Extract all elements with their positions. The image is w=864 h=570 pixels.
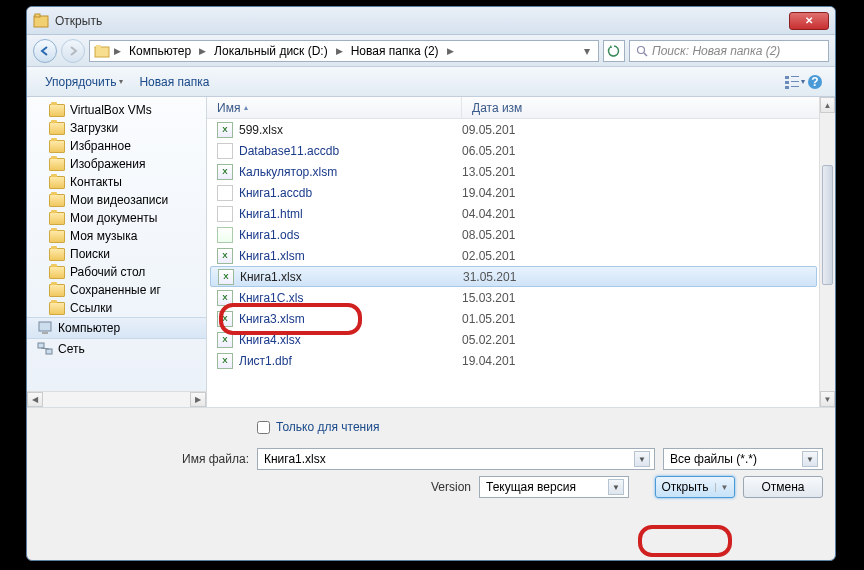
filename-input[interactable]: Книга1.xlsx ▼ xyxy=(257,448,655,470)
new-folder-button[interactable]: Новая папка xyxy=(131,71,217,93)
scroll-right-icon[interactable]: ▶ xyxy=(190,392,206,407)
folder-icon xyxy=(49,104,65,117)
file-row[interactable]: X599.xlsx09.05.201 xyxy=(207,119,835,140)
file-date: 31.05.201 xyxy=(463,270,516,284)
search-icon xyxy=(636,45,648,57)
chevron-down-icon[interactable]: ▼ xyxy=(802,451,818,467)
tree-item[interactable]: Контакты xyxy=(27,173,206,191)
folder-icon xyxy=(49,158,65,171)
help-button[interactable]: ? xyxy=(805,72,825,92)
tree-item[interactable]: Моя музыка xyxy=(27,227,206,245)
breadcrumb-drive[interactable]: Локальный диск (D:) xyxy=(210,44,332,58)
file-row[interactable]: XКнига1С.xls15.03.201 xyxy=(207,287,835,308)
tree-hscroll[interactable]: ◀ ▶ xyxy=(27,391,206,407)
tree-item[interactable]: Загрузки xyxy=(27,119,206,137)
breadcrumb-folder[interactable]: Новая папка (2) xyxy=(347,44,443,58)
folder-icon xyxy=(49,266,65,279)
scroll-left-icon[interactable]: ◀ xyxy=(27,392,43,407)
tree-item[interactable]: Поиски xyxy=(27,245,206,263)
open-dialog: Открыть ✕ ▶ Компьютер ▶ Локальный диск (… xyxy=(26,6,836,561)
version-label: Version xyxy=(431,480,471,494)
breadcrumb[interactable]: ▶ Компьютер ▶ Локальный диск (D:) ▶ Нова… xyxy=(89,40,599,62)
file-filter[interactable]: Все файлы (*.*) ▼ xyxy=(663,448,823,470)
tree-item-label: Ссылки xyxy=(70,301,112,315)
back-button[interactable] xyxy=(33,39,57,63)
file-row[interactable]: XЛист1.dbf19.04.201 xyxy=(207,350,835,371)
column-name[interactable]: Имя▴ xyxy=(207,97,462,118)
tree-network[interactable]: Сеть xyxy=(27,339,206,359)
forward-button[interactable] xyxy=(61,39,85,63)
file-vscroll[interactable]: ▲ ▼ xyxy=(819,97,835,407)
search-input[interactable]: Поиск: Новая папка (2) xyxy=(629,40,829,62)
tree-item[interactable]: Избранное xyxy=(27,137,206,155)
ods-icon xyxy=(217,227,233,243)
tree-item-label: Контакты xyxy=(70,175,122,189)
column-date[interactable]: Дата изм xyxy=(462,97,835,118)
svg-rect-2 xyxy=(95,47,109,57)
version-value: Текущая версия xyxy=(486,480,608,494)
svg-rect-6 xyxy=(785,76,789,79)
svg-rect-7 xyxy=(791,76,799,77)
file-row[interactable]: Книга1.html04.04.201 xyxy=(207,203,835,224)
organize-button[interactable]: Упорядочить▾ xyxy=(37,71,131,93)
scroll-thumb[interactable] xyxy=(822,165,833,285)
file-row[interactable]: Database11.accdb06.05.201 xyxy=(207,140,835,161)
refresh-button[interactable] xyxy=(603,40,625,62)
file-row[interactable]: Книга1.ods08.05.201 xyxy=(207,224,835,245)
breadcrumb-dropdown[interactable]: ▾ xyxy=(580,44,594,58)
file-list-pane: Имя▴ Дата изм X599.xlsx09.05.201Database… xyxy=(207,97,835,407)
file-row[interactable]: XКнига1.xlsm02.05.201 xyxy=(207,245,835,266)
file-date: 19.04.201 xyxy=(462,354,515,368)
content-area: VirtualBox VMsЗагрузкиИзбранноеИзображен… xyxy=(27,97,835,407)
breadcrumb-computer[interactable]: Компьютер xyxy=(125,44,195,58)
file-name: Книга1.accdb xyxy=(239,186,312,200)
file-row[interactable]: XКалькулятор.xlsm13.05.201 xyxy=(207,161,835,182)
file-name: 599.xlsx xyxy=(239,123,283,137)
tree-item[interactable]: Изображения xyxy=(27,155,206,173)
file-list[interactable]: X599.xlsx09.05.201Database11.accdb06.05.… xyxy=(207,119,835,407)
svg-rect-0 xyxy=(34,16,48,27)
filename-label: Имя файла: xyxy=(39,452,249,466)
tree-item[interactable]: Мои видеозаписи xyxy=(27,191,206,209)
open-button[interactable]: Открыть▼ xyxy=(655,476,735,498)
file-row[interactable]: XКнига4.xlsx05.02.201 xyxy=(207,329,835,350)
version-select[interactable]: Текущая версия ▼ xyxy=(479,476,629,498)
file-row[interactable]: Книга1.accdb19.04.201 xyxy=(207,182,835,203)
tree-item[interactable]: Сохраненные иг xyxy=(27,281,206,299)
tree-item-label: Компьютер xyxy=(58,321,120,335)
chevron-down-icon[interactable]: ▼ xyxy=(715,483,729,492)
file-name: Книга1.html xyxy=(239,207,303,221)
svg-line-18 xyxy=(41,348,49,349)
excel-icon: X xyxy=(217,332,233,348)
file-row[interactable]: XКнига3.xlsm01.05.201 xyxy=(207,308,835,329)
chevron-down-icon[interactable]: ▼ xyxy=(634,451,650,467)
tree-item[interactable]: Ссылки xyxy=(27,299,206,317)
svg-rect-15 xyxy=(42,332,48,334)
search-placeholder: Поиск: Новая папка (2) xyxy=(652,44,780,58)
chevron-down-icon[interactable]: ▼ xyxy=(608,479,624,495)
tree-item[interactable]: VirtualBox VMs xyxy=(27,101,206,119)
file-date: 05.02.201 xyxy=(462,333,515,347)
view-button[interactable]: ▾ xyxy=(785,72,805,92)
file-icon xyxy=(217,185,233,201)
tree-item[interactable]: Рабочий стол xyxy=(27,263,206,281)
scroll-down-icon[interactable]: ▼ xyxy=(820,391,835,407)
tree-item-label: Моя музыка xyxy=(70,229,137,243)
cancel-button[interactable]: Отмена xyxy=(743,476,823,498)
svg-point-4 xyxy=(638,46,645,53)
chevron-right-icon: ▶ xyxy=(199,46,206,56)
filename-value: Книга1.xlsx xyxy=(264,452,634,466)
excel-icon: X xyxy=(217,290,233,306)
svg-rect-3 xyxy=(96,45,101,48)
tree-computer[interactable]: Компьютер xyxy=(27,317,206,339)
close-button[interactable]: ✕ xyxy=(789,12,829,30)
file-row[interactable]: XКнига1.xlsx31.05.201 xyxy=(210,266,817,287)
tree-item-label: Избранное xyxy=(70,139,131,153)
file-name: Книга4.xlsx xyxy=(239,333,301,347)
folder-tree: VirtualBox VMsЗагрузкиИзбранноеИзображен… xyxy=(27,97,207,407)
tree-item[interactable]: Мои документы xyxy=(27,209,206,227)
scroll-up-icon[interactable]: ▲ xyxy=(820,97,835,113)
svg-text:?: ? xyxy=(811,75,818,89)
readonly-checkbox[interactable] xyxy=(257,421,270,434)
excel-icon: X xyxy=(217,353,233,369)
